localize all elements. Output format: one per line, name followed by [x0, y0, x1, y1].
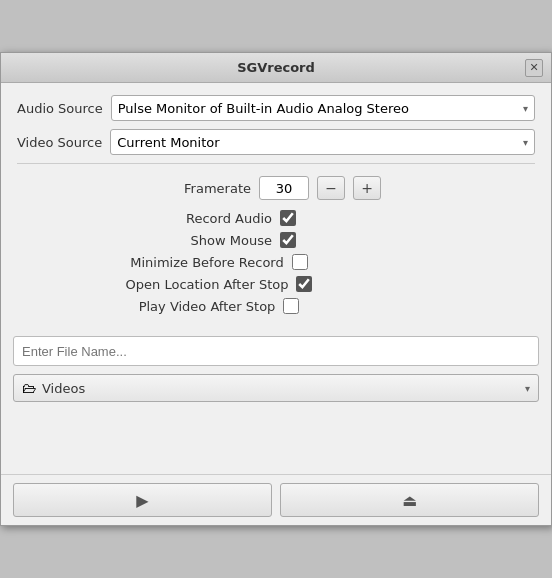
record-audio-row: Record Audio [17, 210, 535, 226]
video-source-label: Video Source [17, 135, 110, 150]
folder-label: Videos [42, 381, 519, 396]
show-mouse-label: Show Mouse [142, 233, 272, 248]
titlebar: SGVrecord ✕ [1, 53, 551, 83]
framerate-row: Framerate 30 − + [17, 176, 535, 200]
video-source-value: Current Monitor [117, 135, 219, 150]
separator-1 [17, 163, 535, 164]
close-button[interactable]: ✕ [525, 59, 543, 77]
play-video-checkbox[interactable] [283, 298, 299, 314]
minimize-before-row: Minimize Before Record [17, 254, 535, 270]
audio-source-row: Audio Source Pulse Monitor of Built-in A… [17, 95, 535, 121]
minimize-before-checkbox[interactable] [292, 254, 308, 270]
folder-arrow-icon: ▾ [525, 383, 530, 394]
play-video-checkbox-wrap [283, 298, 413, 314]
file-name-input[interactable] [13, 336, 539, 366]
file-section: 🗁 Videos ▾ [1, 324, 551, 402]
minimize-before-label: Minimize Before Record [130, 255, 283, 270]
framerate-increase-button[interactable]: + [353, 176, 381, 200]
empty-space [1, 414, 551, 474]
record-button[interactable]: ▶ [13, 483, 272, 517]
video-source-row: Video Source Current Monitor ▾ [17, 129, 535, 155]
video-source-arrow-icon: ▾ [523, 137, 528, 148]
options-section: Framerate 30 − + Record Audio Show Mouse… [17, 172, 535, 324]
folder-icon: 🗁 [22, 380, 36, 396]
play-video-row: Play Video After Stop [17, 298, 535, 314]
window-title: SGVrecord [27, 60, 525, 75]
open-location-checkbox[interactable] [296, 276, 312, 292]
record-icon: ▶ [136, 491, 148, 510]
open-location-checkbox-wrap [296, 276, 426, 292]
record-audio-checkbox-wrap [280, 210, 410, 226]
show-mouse-checkbox-wrap [280, 232, 410, 248]
video-source-dropdown[interactable]: Current Monitor ▾ [110, 129, 535, 155]
minimize-before-checkbox-wrap [292, 254, 422, 270]
framerate-decrease-button[interactable]: − [317, 176, 345, 200]
audio-source-value: Pulse Monitor of Built-in Audio Analog S… [118, 101, 409, 116]
open-location-row: Open Location After Stop [17, 276, 535, 292]
show-mouse-row: Show Mouse [17, 232, 535, 248]
folder-dropdown[interactable]: 🗁 Videos ▾ [13, 374, 539, 402]
framerate-input[interactable]: 30 [259, 176, 309, 200]
show-mouse-checkbox[interactable] [280, 232, 296, 248]
play-video-label: Play Video After Stop [139, 299, 276, 314]
open-location-label: Open Location After Stop [126, 277, 289, 292]
framerate-label: Framerate [171, 181, 251, 196]
audio-source-label: Audio Source [17, 101, 111, 116]
main-window: SGVrecord ✕ Audio Source Pulse Monitor o… [0, 52, 552, 526]
footer: ▶ ⏏ [1, 474, 551, 525]
audio-source-arrow-icon: ▾ [523, 103, 528, 114]
record-audio-label: Record Audio [142, 211, 272, 226]
stop-icon: ⏏ [402, 491, 417, 510]
stop-button[interactable]: ⏏ [280, 483, 539, 517]
audio-source-dropdown[interactable]: Pulse Monitor of Built-in Audio Analog S… [111, 95, 535, 121]
form-content: Audio Source Pulse Monitor of Built-in A… [1, 83, 551, 324]
record-audio-checkbox[interactable] [280, 210, 296, 226]
